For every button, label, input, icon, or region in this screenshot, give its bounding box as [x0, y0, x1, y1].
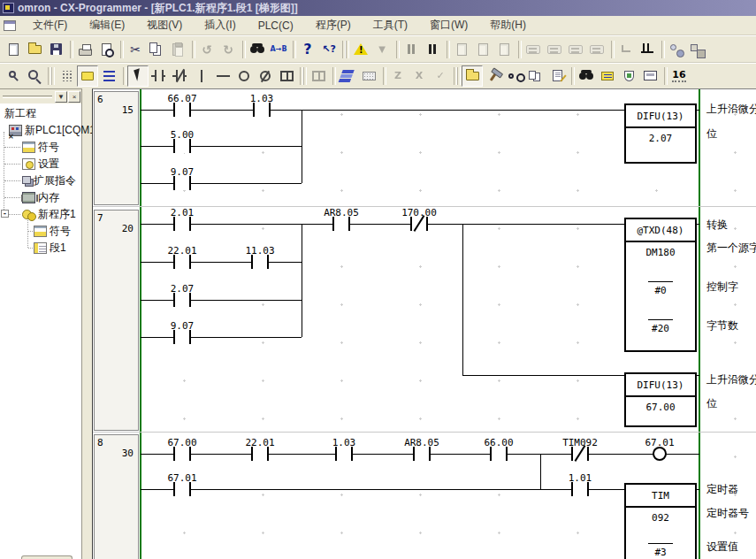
help-button[interactable]: ? [297, 39, 318, 60]
contact-nc[interactable] [410, 217, 428, 231]
menu-item-program[interactable]: 程序(P) [308, 16, 359, 34]
instruction-box-button[interactable] [276, 65, 297, 87]
copy-button[interactable] [146, 39, 167, 60]
compile-button[interactable] [350, 39, 371, 60]
menu-item-edit[interactable]: 编辑(E) [81, 16, 133, 34]
instruction-block[interactable]: DIFU(13)67.00 [624, 372, 697, 427]
print-preview-button[interactable] [95, 39, 117, 60]
pause-button[interactable] [401, 39, 422, 60]
project-window-button[interactable] [462, 65, 483, 87]
save-button[interactable] [45, 39, 66, 60]
output-coil[interactable] [653, 447, 667, 461]
contact-no[interactable] [173, 482, 191, 496]
tree-expander[interactable]: - [1, 210, 9, 218]
menu-item-plc[interactable]: PLC(C) [250, 18, 302, 34]
new-button[interactable] [3, 39, 24, 60]
memory-cassette-button[interactable] [565, 39, 586, 60]
rung-annotation-button[interactable] [98, 65, 119, 87]
contact-no[interactable] [173, 447, 191, 461]
menu-item-view[interactable]: 视图(V) [139, 16, 190, 34]
monitor-set-button[interactable]: Z [387, 65, 409, 87]
tree-item-program[interactable]: 新程序1 [22, 206, 76, 223]
monitor-reset-button[interactable]: X [409, 65, 430, 87]
program-check-button[interactable] [451, 39, 472, 60]
tree-item-section[interactable]: 段1 [34, 240, 66, 257]
tree-item-memory[interactable]: 内存 [22, 189, 59, 206]
differential-monitor-button[interactable] [666, 39, 687, 60]
contact-no[interactable] [173, 255, 191, 269]
rung-header[interactable]: 830 [94, 434, 139, 559]
workspace-tab[interactable] [21, 555, 73, 559]
io-comment-button[interactable] [358, 65, 379, 87]
instruction-block[interactable]: DIFU(13)2.07 [624, 103, 697, 164]
redo-button[interactable]: ↻ [218, 39, 239, 60]
coil-out-button[interactable] [233, 65, 255, 87]
replace-button[interactable]: A→B [268, 39, 289, 60]
contact-no[interactable] [335, 447, 353, 461]
menu-item-tools[interactable]: 工具(T) [365, 16, 416, 34]
context-help-button[interactable]: ↖? [318, 39, 340, 60]
contact-no[interactable] [173, 176, 191, 190]
contact-no[interactable] [173, 103, 191, 117]
contact-no[interactable] [253, 103, 271, 117]
select-button[interactable] [127, 65, 149, 87]
contact-no[interactable] [332, 217, 350, 231]
find-button[interactable] [247, 39, 268, 60]
step-run-button[interactable] [615, 39, 637, 60]
contact-no-button[interactable] [149, 65, 170, 87]
rung-header[interactable]: 615 [94, 91, 139, 205]
monitor-hex-button[interactable]: 16 [668, 65, 690, 87]
workspace-close-button[interactable]: × [68, 91, 80, 103]
program-compare-button[interactable] [493, 39, 515, 60]
line-horizontal-button[interactable] [212, 65, 233, 87]
contact-nc[interactable] [571, 447, 589, 461]
io-table-button[interactable] [523, 39, 544, 60]
symbol-table-button[interactable] [337, 65, 358, 87]
tree-item-instructions[interactable]: 扩展指令 [22, 172, 76, 189]
menu-item-window[interactable]: 窗口(W) [422, 16, 476, 34]
watch-window-button[interactable] [504, 65, 525, 87]
coil-not-button[interactable] [255, 65, 276, 87]
tree-item-plc[interactable]: 新PLC1[CQM1] [9, 122, 98, 139]
invert-button[interactable] [308, 65, 329, 87]
cut-button[interactable]: ✂ [125, 39, 146, 60]
contact-no[interactable] [251, 255, 269, 269]
rung-header[interactable]: 720 [94, 210, 139, 431]
menu-item-file[interactable]: 文件(F) [25, 16, 75, 34]
contact-no[interactable] [173, 293, 191, 307]
tree-item-symbols[interactable]: 符号 [34, 223, 71, 240]
contact-nc-button[interactable] [170, 65, 191, 87]
memory-view-button[interactable] [618, 65, 639, 87]
contact-no[interactable] [251, 447, 269, 461]
instruction-block[interactable]: TIM092#3 [624, 483, 697, 559]
contact-no[interactable] [571, 482, 589, 496]
monitor-button[interactable] [637, 39, 658, 60]
print-button[interactable] [74, 39, 95, 60]
tree-item-project[interactable]: 新工程 [2, 105, 36, 122]
open-button[interactable] [24, 39, 45, 60]
contact-no[interactable] [173, 330, 191, 344]
program-upload-button[interactable] [472, 39, 493, 60]
mdi-child-icon[interactable] [4, 20, 16, 31]
monitor-ok-button[interactable]: ✓ [430, 65, 451, 87]
cross-reference-button[interactable] [525, 65, 546, 87]
zoom-in-button[interactable] [24, 65, 45, 87]
drag-handle[interactable] [3, 96, 52, 98]
show-grid-button[interactable] [56, 65, 77, 87]
pause-monitor-button[interactable] [422, 39, 443, 60]
paste-button[interactable] [167, 39, 188, 60]
menu-item-help[interactable]: 帮助(H) [482, 16, 534, 34]
address-tools-button[interactable] [483, 65, 504, 87]
contact-no[interactable] [173, 139, 191, 153]
rung-comment-button[interactable] [77, 65, 98, 87]
contact-no[interactable] [490, 447, 508, 461]
transfer-to-plc-button[interactable]: ▼ [371, 39, 393, 60]
plc-settings-button[interactable] [544, 39, 565, 60]
plc-memory-button[interactable] [586, 39, 607, 60]
line-vertical-button[interactable] [191, 65, 212, 87]
properties-button[interactable] [546, 65, 568, 87]
contact-no[interactable] [173, 217, 191, 231]
find-report-button[interactable] [576, 65, 597, 87]
tree-item-settings[interactable]: 设置 [22, 156, 59, 172]
tree-item-symbols[interactable]: 符号 [22, 139, 59, 156]
